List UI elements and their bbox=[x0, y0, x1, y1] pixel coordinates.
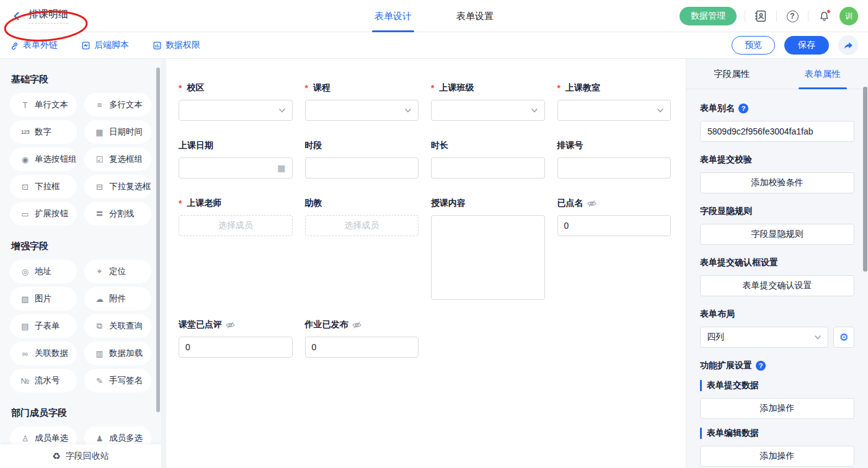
field-pill-multi-line-text[interactable]: ≡多行文本 bbox=[84, 93, 151, 117]
field-class-date[interactable]: 上课日期 ▦ bbox=[179, 140, 293, 179]
share-button[interactable] bbox=[838, 35, 858, 55]
field-homework[interactable]: 作业已发布 0 bbox=[305, 319, 419, 358]
duration-input[interactable] bbox=[431, 157, 545, 179]
field-teacher[interactable]: *上课老师 选择成员 bbox=[179, 198, 293, 236]
extend-button-icon: ▭ bbox=[20, 210, 30, 219]
field-classroom[interactable]: *上课教室 bbox=[557, 82, 671, 121]
chevron-down-icon bbox=[657, 107, 664, 114]
field-pill-datetime[interactable]: ▦日期时间 bbox=[84, 120, 151, 144]
location-icon: ⌖ bbox=[94, 267, 105, 276]
image-icon: ▧ bbox=[20, 294, 30, 304]
field-class[interactable]: *上课班级 bbox=[431, 82, 545, 121]
number-icon: 123 bbox=[20, 129, 30, 135]
data-permission[interactable]: 数据权限 bbox=[153, 40, 200, 51]
calendar-icon: ▦ bbox=[277, 163, 285, 173]
subform-icon: ▤ bbox=[20, 322, 30, 331]
field-period[interactable]: 时段 bbox=[305, 140, 419, 179]
section-enhanced-fields: 增强字段 bbox=[11, 241, 151, 252]
tab-form-design[interactable]: 表单设计 bbox=[374, 0, 412, 32]
field-visibility-title: 字段显隐规则 bbox=[700, 206, 854, 217]
notification-bell-icon[interactable] bbox=[817, 9, 831, 24]
teacher-member-picker[interactable]: 选择成员 bbox=[179, 215, 293, 236]
link-icon bbox=[10, 41, 19, 50]
help-icon[interactable]: ? bbox=[785, 9, 800, 24]
field-pill-extend-button[interactable]: ▭扩展按钮 bbox=[10, 202, 77, 226]
tab-form-settings[interactable]: 表单设置 bbox=[456, 0, 494, 32]
layout-settings-gear-icon[interactable]: ⚙ bbox=[833, 327, 854, 348]
dropdown-icon: ⊡ bbox=[20, 182, 30, 192]
checkbox-icon: ☑ bbox=[94, 155, 105, 164]
script-icon bbox=[81, 41, 91, 50]
form-title[interactable]: 排课明细 bbox=[29, 8, 68, 24]
class-select[interactable] bbox=[431, 100, 545, 121]
field-pill-single-line-text[interactable]: T单行文本 bbox=[10, 93, 77, 117]
field-pill-image[interactable]: ▧图片 bbox=[10, 287, 77, 311]
add-check-condition-button[interactable]: 添加校验条件 bbox=[700, 172, 854, 193]
field-visibility-button[interactable]: 字段显隐规则 bbox=[700, 224, 854, 245]
avatar[interactable]: 训 bbox=[839, 7, 858, 25]
course-select[interactable] bbox=[305, 100, 419, 121]
classroom-select[interactable] bbox=[557, 100, 671, 121]
divider bbox=[776, 11, 777, 22]
period-input[interactable] bbox=[305, 157, 419, 179]
field-pill-location[interactable]: ⌖定位 bbox=[84, 260, 151, 283]
reviewed-input[interactable]: 0 bbox=[179, 337, 293, 358]
field-assistant[interactable]: 助教 选择成员 bbox=[305, 198, 419, 236]
form-alias-input[interactable]: 5809d9c2f956fe3004fa1fab bbox=[700, 121, 854, 142]
tab-field-properties[interactable]: 字段属性 bbox=[686, 59, 777, 89]
layout-select[interactable]: 四列 bbox=[700, 327, 828, 348]
class-date-input[interactable]: ▦ bbox=[179, 157, 293, 179]
field-pill-signature[interactable]: ✎手写签名 bbox=[84, 369, 151, 392]
field-pill-checkbox-group[interactable]: ☑复选框组 bbox=[84, 148, 151, 171]
contacts-icon[interactable] bbox=[753, 9, 768, 24]
form-external-link[interactable]: 表单外链 bbox=[10, 40, 58, 51]
save-button[interactable]: 保存 bbox=[784, 36, 829, 55]
submit-data-subtitle: 表单提交数据 bbox=[700, 380, 854, 391]
submit-data-add-button[interactable]: 添加操作 bbox=[700, 398, 854, 419]
assistant-member-picker[interactable]: 选择成员 bbox=[305, 215, 419, 236]
serial-number-icon: № bbox=[20, 376, 30, 386]
field-pill-data-load[interactable]: ▥数据加载 bbox=[84, 342, 151, 365]
tab-form-properties[interactable]: 表单属性 bbox=[777, 59, 868, 89]
field-pill-linked-data[interactable]: ∞关联数据 bbox=[10, 342, 77, 365]
field-pill-linked-query[interactable]: ⧉关联查询 bbox=[84, 314, 151, 338]
field-duration[interactable]: 时长 bbox=[431, 140, 545, 179]
chevron-down-icon bbox=[814, 333, 822, 341]
backend-script[interactable]: 后端脚本 bbox=[81, 40, 129, 51]
field-recycle-bin[interactable]: ♻ 字段回收站 bbox=[0, 444, 161, 468]
divider bbox=[808, 11, 808, 22]
edit-data-add-button[interactable]: 添加操作 bbox=[700, 446, 854, 467]
attendance-input[interactable]: 0 bbox=[557, 215, 671, 236]
field-course[interactable]: *课程 bbox=[305, 82, 419, 121]
content-textarea[interactable] bbox=[431, 215, 545, 300]
field-reviewed[interactable]: 课堂已点评 0 bbox=[179, 319, 293, 358]
field-schedule-no[interactable]: 排课号 bbox=[557, 140, 671, 179]
campus-select[interactable] bbox=[179, 100, 293, 121]
field-pill-dropdown[interactable]: ⊡下拉框 bbox=[10, 175, 77, 198]
field-attendance[interactable]: 已点名 0 bbox=[557, 198, 671, 236]
data-manage-button[interactable]: 数据管理 bbox=[680, 7, 737, 25]
field-pill-divider[interactable]: 〓分割线 bbox=[84, 202, 151, 226]
field-pill-address[interactable]: ◎地址 bbox=[10, 260, 77, 283]
required-mark: * bbox=[305, 83, 308, 93]
extension-help-icon[interactable]: ? bbox=[756, 361, 766, 371]
schedule-no-input[interactable] bbox=[557, 157, 671, 179]
homework-input[interactable]: 0 bbox=[305, 337, 419, 358]
submit-check-title: 表单提交校验 bbox=[700, 154, 854, 166]
field-pill-radio-group[interactable]: ◉单选按钮组 bbox=[10, 148, 77, 171]
sidebar-scrollbar[interactable] bbox=[156, 68, 160, 412]
back-icon[interactable] bbox=[11, 11, 22, 22]
panel-scrollbar[interactable] bbox=[863, 87, 867, 272]
address-pin-icon: ◎ bbox=[20, 267, 30, 276]
field-pill-number[interactable]: 123数字 bbox=[10, 120, 77, 144]
preview-button[interactable]: 预览 bbox=[732, 36, 775, 55]
field-pill-multi-dropdown[interactable]: ⊟下拉复选框 bbox=[84, 175, 151, 198]
field-pill-subform[interactable]: ▤子表单 bbox=[10, 314, 77, 338]
field-pill-serial-number[interactable]: №流水号 bbox=[10, 369, 77, 392]
field-pill-attachment[interactable]: ☁附件 bbox=[84, 287, 151, 311]
notification-dot bbox=[826, 9, 831, 14]
field-campus[interactable]: *校区 bbox=[179, 82, 293, 121]
submit-confirm-button[interactable]: 表单提交确认设置 bbox=[700, 275, 854, 296]
alias-help-icon[interactable]: ? bbox=[738, 104, 748, 113]
field-content[interactable]: 授课内容 bbox=[431, 198, 545, 300]
